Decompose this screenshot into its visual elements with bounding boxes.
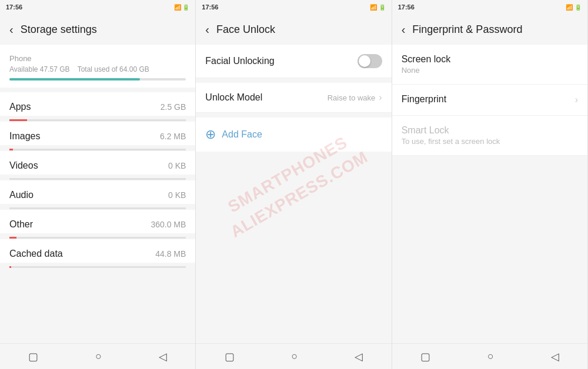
other-label: Other	[9, 219, 33, 230]
storage-title: Storage settings	[21, 24, 97, 36]
storage-content: Phone Available 47.57 GB Total used of 6…	[0, 45, 195, 343]
videos-item: Videos 0 KB	[0, 151, 195, 180]
facial-unlocking-row[interactable]: Facial Unlocking	[196, 45, 391, 78]
smart-lock-sub: To use, first set a screen lock	[402, 137, 578, 146]
smart-lock-label: Smart Lock	[402, 125, 578, 136]
time-2: 17:56	[202, 4, 218, 11]
storage-panel: 17:56 📶 🔋 ‹ Storage settings Phone Avail…	[0, 0, 196, 369]
fp-back-button[interactable]: ‹	[402, 23, 406, 36]
videos-label: Videos	[9, 160, 38, 171]
face-unlock-back-button[interactable]: ‹	[205, 23, 209, 36]
divider-1	[196, 78, 391, 83]
facial-unlocking-toggle[interactable]	[358, 54, 382, 68]
fingerprint-label: Fingerprint	[402, 94, 446, 105]
smart-lock-row: Smart Lock To use, first set a screen lo…	[392, 116, 587, 156]
screen-lock-row[interactable]: Screen lock None	[392, 45, 587, 85]
divider-2	[196, 113, 391, 118]
videos-value: 0 KB	[168, 161, 186, 170]
add-face-label: Add Face	[222, 129, 262, 140]
toggle-knob	[359, 55, 370, 67]
phone-section: Phone Available 47.57 GB Total used of 6…	[0, 45, 195, 88]
time-3: 17:56	[398, 4, 415, 11]
status-bar-1: 17:56 📶 🔋	[0, 0, 195, 14]
fingerprint-panel: 17:56 📶 🔋 ‹ Fingerprint & Password Scree…	[392, 0, 588, 369]
nav-bar-1: ▢ ○ ◁	[0, 343, 195, 369]
face-unlock-content: Facial Unlocking Unlock Model Raise to w…	[196, 45, 391, 343]
add-face-icon: ⊕	[205, 127, 216, 142]
other-item: Other 360.0 MB	[0, 210, 195, 239]
apps-value: 2.5 GB	[161, 102, 186, 112]
audio-item: Audio 0 KB	[0, 180, 195, 210]
nav-square-2[interactable]: ▢	[213, 345, 246, 368]
audio-label: Audio	[9, 190, 34, 200]
status-bar-3: 17:56 📶 🔋	[392, 0, 587, 14]
fp-title: Fingerprint & Password	[412, 24, 522, 36]
fingerprint-row[interactable]: Fingerprint ›	[392, 85, 587, 116]
nav-back-3[interactable]: ◁	[539, 345, 571, 368]
images-value: 6.2 MB	[160, 132, 186, 141]
nav-circle-2[interactable]: ○	[280, 345, 310, 367]
fingerprint-chevron-icon: ›	[575, 95, 578, 105]
unlock-model-sub: Raise to wake	[328, 93, 376, 102]
other-value: 360.0 MB	[151, 220, 186, 229]
status-bar-2: 17:56 📶 🔋	[196, 0, 391, 14]
phone-detail: Available 47.57 GB Total used of 64.00 G…	[9, 65, 186, 73]
face-unlock-panel: 17:56 📶 🔋 ‹ Face Unlock Facial Unlocking…	[196, 0, 392, 369]
status-icons-2: 📶 🔋	[370, 4, 386, 11]
audio-value: 0 KB	[168, 190, 186, 200]
images-item: Images 6.2 MB	[0, 122, 195, 151]
phone-progress-fill	[9, 78, 140, 80]
phone-label: Phone	[9, 54, 186, 63]
total-text: Total used of 64.00 GB	[78, 65, 149, 73]
nav-back-1[interactable]: ◁	[147, 345, 179, 368]
apps-label: Apps	[9, 102, 31, 112]
apps-item: Apps 2.5 GB	[0, 92, 195, 122]
cached-label: Cached data	[9, 249, 63, 259]
status-icons-3: 📶 🔋	[566, 4, 582, 11]
status-icons-1: 📶 🔋	[174, 4, 190, 11]
nav-square-1[interactable]: ▢	[16, 345, 50, 368]
nav-bar-3: ▢ ○ ◁	[392, 343, 587, 369]
nav-back-2[interactable]: ◁	[343, 345, 375, 368]
cached-value: 44.8 MB	[155, 249, 186, 259]
time-1: 17:56	[6, 4, 22, 11]
images-label: Images	[9, 131, 40, 142]
storage-header: ‹ Storage settings	[0, 14, 195, 45]
unlock-model-label: Unlock Model	[205, 92, 262, 103]
face-unlock-title: Face Unlock	[216, 24, 275, 36]
chevron-icon: ›	[379, 92, 382, 103]
face-unlock-header: ‹ Face Unlock	[196, 14, 391, 45]
nav-circle-1[interactable]: ○	[83, 345, 113, 367]
nav-bar-2: ▢ ○ ◁	[196, 343, 391, 369]
phone-progress-bg	[9, 78, 186, 80]
screen-lock-label: Screen lock	[402, 54, 578, 65]
add-face-row[interactable]: ⊕ Add Face	[196, 118, 391, 152]
screen-lock-value: None	[402, 66, 578, 75]
facial-unlocking-label: Facial Unlocking	[205, 56, 274, 66]
unlock-model-row[interactable]: Unlock Model Raise to wake ›	[196, 83, 391, 113]
fp-content: Screen lock None Fingerprint › Smart Loc…	[392, 45, 587, 343]
nav-circle-3[interactable]: ○	[476, 345, 506, 367]
available-text: Available 47.57 GB	[9, 65, 70, 73]
nav-square-3[interactable]: ▢	[409, 345, 442, 368]
fp-section-main: Screen lock None Fingerprint › Smart Loc…	[392, 45, 587, 156]
fp-header: ‹ Fingerprint & Password	[392, 14, 587, 45]
storage-back-button[interactable]: ‹	[9, 23, 14, 36]
cached-item: Cached data 44.8 MB	[0, 239, 195, 268]
